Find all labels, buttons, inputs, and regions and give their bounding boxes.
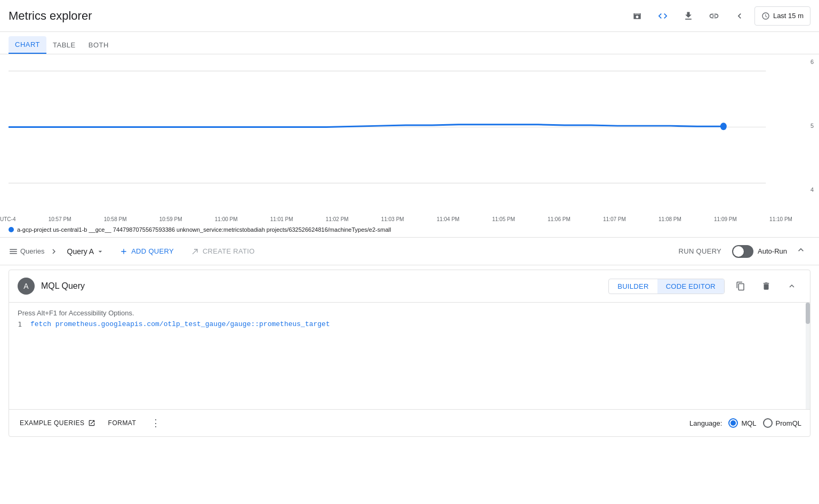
delete-button[interactable] xyxy=(757,277,776,296)
code-icon-button[interactable] xyxy=(652,5,673,27)
header-actions: Last 15 m xyxy=(627,5,810,27)
language-label: Language: xyxy=(689,419,722,427)
more-icon: ⋮ xyxy=(151,418,160,428)
query-bar: Queries Query A ADD QUERY CREATE RATIO R… xyxy=(0,238,819,265)
run-query-button[interactable]: RUN QUERY xyxy=(672,244,728,258)
x-label-1101: 11:01 PM xyxy=(270,216,293,222)
copy-button[interactable] xyxy=(731,277,750,296)
download-icon xyxy=(683,11,694,21)
save-icon xyxy=(632,11,643,21)
promql-radio-button[interactable] xyxy=(763,418,773,428)
external-link-icon xyxy=(88,419,95,427)
example-queries-button[interactable]: EXAMPLE QUERIES xyxy=(18,416,98,430)
scrollbar-vertical[interactable] xyxy=(806,303,810,409)
tab-table[interactable]: TABLE xyxy=(46,36,82,54)
add-query-button[interactable]: ADD QUERY xyxy=(113,244,180,259)
language-group: Language: MQL PromQL xyxy=(689,418,801,428)
x-label-1108: 11:08 PM xyxy=(659,216,681,222)
code-editor-tab[interactable]: CODE EDITOR xyxy=(657,279,724,294)
legend-text: a-gcp-project us-central1-b __gce__ 7447… xyxy=(17,226,391,233)
x-label-1105: 11:05 PM xyxy=(492,216,515,222)
chart-y-labels: 6 5 4 xyxy=(810,54,814,214)
chevron-right-icon xyxy=(49,247,59,256)
more-options-button[interactable]: ⋮ xyxy=(147,415,165,431)
x-label-1110: 11:10 PM xyxy=(769,216,792,222)
chart-section: CHART TABLE BOTH 6 5 4 UTC-4 10:57 PM 10… xyxy=(0,32,819,238)
builder-tab[interactable]: BUILDER xyxy=(609,279,657,294)
link-icon xyxy=(709,11,719,21)
chart-legend: a-gcp-project us-central1-b __gce__ 7447… xyxy=(0,224,819,237)
x-label-1106: 11:06 PM xyxy=(548,216,571,222)
query-name-button[interactable]: Query A xyxy=(63,245,109,258)
add-icon xyxy=(119,247,128,256)
y-label-5: 5 xyxy=(810,123,814,129)
query-editor-header: A MQL Query BUILDER CODE EDITOR xyxy=(9,270,810,303)
chart-tabs: CHART TABLE BOTH xyxy=(0,32,819,54)
mql-radio-button[interactable] xyxy=(728,418,738,428)
dropdown-arrow-icon xyxy=(96,247,105,256)
copy-icon xyxy=(736,281,745,291)
auto-run-label: Auto-Run xyxy=(758,247,787,255)
x-label-1104: 11:04 PM xyxy=(437,216,460,222)
code-icon xyxy=(657,11,668,21)
chart-container: 6 5 4 xyxy=(0,54,819,214)
link-icon-button[interactable] xyxy=(703,5,725,27)
mql-radio-option[interactable]: MQL xyxy=(728,418,756,428)
x-axis-labels: UTC-4 10:57 PM 10:58 PM 10:59 PM 11:00 P… xyxy=(0,214,819,224)
auto-run-toggle[interactable] xyxy=(732,245,753,258)
auto-run-container: Auto-Run xyxy=(732,245,787,258)
time-range-button[interactable]: Last 15 m xyxy=(754,6,810,26)
legend-color-dot xyxy=(9,227,14,232)
y-label-6: 6 xyxy=(810,59,814,65)
query-name-label: Query A xyxy=(67,247,94,256)
queries-label: Queries xyxy=(20,247,45,255)
x-label-1059: 10:59 PM xyxy=(159,216,182,222)
code-content: fetch prometheus.googleapis.com/otlp_tes… xyxy=(30,320,330,328)
chevron-left-icon xyxy=(734,11,745,21)
x-label-1058: 10:58 PM xyxy=(104,216,127,222)
expand-icon xyxy=(787,281,797,291)
x-label-1107: 11:07 PM xyxy=(603,216,626,222)
back-button[interactable] xyxy=(729,5,750,27)
menu-icon xyxy=(9,247,18,256)
x-label-utc: UTC-4 xyxy=(0,216,15,222)
tab-chart[interactable]: CHART xyxy=(9,36,46,54)
toggle-knob xyxy=(733,246,744,257)
format-button[interactable]: FORMAT xyxy=(106,416,139,430)
create-ratio-button[interactable]: CREATE RATIO xyxy=(184,244,261,259)
mql-label: MQL xyxy=(741,419,756,427)
x-label-1100: 11:00 PM xyxy=(215,216,238,222)
accessibility-hint: Press Alt+F1 for Accessibility Options. xyxy=(9,307,810,319)
svg-point-3 xyxy=(720,123,727,130)
query-editor-footer: EXAMPLE QUERIES FORMAT ⋮ Language: MQL P… xyxy=(9,409,810,436)
header: Metrics explorer Last 15 m xyxy=(0,0,819,32)
delete-icon xyxy=(761,281,771,291)
run-query-label: RUN QUERY xyxy=(679,247,721,255)
promql-label: PromQL xyxy=(776,419,801,427)
code-line-1: 1 fetch prometheus.googleapis.com/otlp_t… xyxy=(9,319,810,329)
format-label: FORMAT xyxy=(108,419,136,427)
scrollbar-thumb xyxy=(806,303,810,324)
expand-button[interactable] xyxy=(782,277,801,296)
tab-both[interactable]: BOTH xyxy=(82,36,115,54)
page-title: Metrics explorer xyxy=(9,9,92,23)
x-label-1109: 11:09 PM xyxy=(714,216,737,222)
query-editor-title: MQL Query xyxy=(41,281,602,291)
code-editor-area[interactable]: Press Alt+F1 for Accessibility Options. … xyxy=(9,303,810,409)
editor-tab-group: BUILDER CODE EDITOR xyxy=(608,279,725,294)
ratio-icon xyxy=(191,247,199,256)
chart-svg xyxy=(9,59,792,214)
save-icon-button[interactable] xyxy=(627,5,648,27)
query-avatar: A xyxy=(18,278,35,295)
promql-radio-option[interactable]: PromQL xyxy=(763,418,801,428)
create-ratio-label: CREATE RATIO xyxy=(203,247,255,255)
clock-icon xyxy=(761,12,770,20)
time-range-label: Last 15 m xyxy=(773,12,804,20)
line-number: 1 xyxy=(9,320,30,328)
add-query-label: ADD QUERY xyxy=(131,247,174,255)
queries-nav: Queries xyxy=(9,247,45,256)
collapse-button[interactable] xyxy=(791,242,810,260)
y-label-4: 4 xyxy=(810,186,814,193)
query-editor-section: A MQL Query BUILDER CODE EDITOR Press Al… xyxy=(9,270,810,437)
download-icon-button[interactable] xyxy=(678,5,699,27)
